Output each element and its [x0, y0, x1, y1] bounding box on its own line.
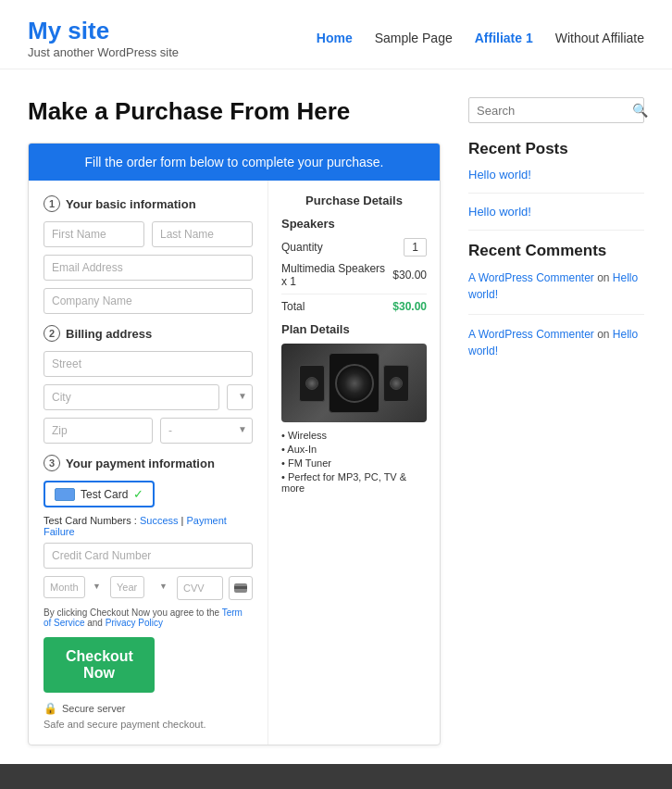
site-footer: Colorway Theme Footer is widgetized. To … [0, 764, 672, 789]
test-card-info: Test Card Numbers : Success | Payment Fa… [44, 515, 253, 537]
sidebar: 🔍 Recent Posts Hello world! Hello world!… [468, 97, 644, 745]
feature-item: Aux-In [281, 444, 427, 455]
total-price: $30.00 [392, 300, 427, 313]
page-title: Make a Purchase From Here [28, 97, 441, 126]
step1-label: Your basic information [66, 197, 196, 211]
email-row [44, 255, 253, 281]
site-description: Just another WordPress site [28, 45, 179, 59]
site-branding: My site Just another WordPress site [28, 17, 179, 59]
step3-title: 3 Your payment information [44, 455, 253, 471]
checkout-body: 1 Your basic information [29, 181, 440, 745]
checkout-container: Fill the order form below to complete yo… [28, 143, 441, 745]
feature-list: Wireless Aux-In FM Tuner Perfect for MP3… [281, 430, 427, 494]
terms-and: and [87, 618, 105, 628]
zip-input[interactable] [44, 418, 153, 444]
secure-text: Safe and secure payment checkout. [44, 719, 253, 730]
nav-home[interactable]: Home [317, 31, 353, 45]
speaker-left [299, 365, 325, 402]
total-label: Total [281, 300, 305, 313]
city-input[interactable] [44, 384, 219, 410]
first-name-input[interactable] [44, 221, 144, 247]
main-nav: Home Sample Page Affiliate 1 Without Aff… [317, 31, 644, 45]
post-link-1[interactable]: Hello world! [468, 168, 644, 182]
step3-label: Your payment information [66, 457, 215, 470]
last-name-input[interactable] [152, 221, 253, 247]
svg-rect-1 [234, 586, 247, 589]
secure-row: 🔒 Secure server [44, 702, 253, 715]
year-select[interactable]: Year [110, 576, 144, 598]
step2-title: 2 Billing address [44, 325, 253, 342]
street-input[interactable] [44, 351, 253, 377]
post-link-2[interactable]: Hello world! [468, 205, 644, 219]
comment-item-1: A WordPress Commenter on Hello world! [468, 269, 644, 303]
plan-title: Plan Details [281, 322, 427, 336]
terms-prefix: By clicking Checkout Now you agree to th… [44, 607, 222, 618]
purchase-title: Purchase Details [281, 194, 427, 207]
speaker-right [383, 365, 409, 402]
quantity-value: 1 [404, 238, 427, 257]
privacy-link[interactable]: Privacy Policy [106, 618, 163, 628]
site-header: My site Just another WordPress site Home… [0, 0, 672, 69]
feature-item: Wireless [281, 430, 427, 441]
search-box: 🔍 [468, 97, 644, 123]
country-dropdown-icon: ▼ [238, 391, 247, 401]
line-item-row: Multimedia Speakers x 1 $30.00 [281, 262, 427, 288]
tweeter-left [305, 377, 318, 390]
sidebar-divider [468, 193, 644, 194]
year-dropdown-icon: ▼ [159, 582, 168, 591]
card-icon-svg [234, 583, 247, 593]
cvv-input[interactable] [177, 576, 223, 600]
speaker-image [281, 344, 427, 422]
checkout-button[interactable]: Checkout Now [44, 637, 155, 693]
company-row [44, 288, 253, 314]
secure-label: Secure server [62, 703, 125, 714]
comment-author-1[interactable]: A WordPress Commenter [468, 271, 594, 284]
speaker-center [329, 353, 380, 413]
sidebar-divider-3 [468, 314, 644, 315]
speaker-visual [299, 353, 409, 413]
quantity-label: Quantity [281, 241, 323, 254]
month-select[interactable]: Month [44, 576, 85, 598]
check-badge: ✓ [133, 487, 143, 501]
total-row: Total $30.00 [281, 294, 427, 313]
test-card-button[interactable]: Test Card ✓ [44, 481, 155, 507]
email-input[interactable] [44, 255, 253, 281]
nav-sample-page[interactable]: Sample Page [375, 31, 453, 45]
main-area: Make a Purchase From Here Fill the order… [28, 97, 441, 745]
page-content: Make a Purchase From Here Fill the order… [0, 69, 672, 764]
nav-affiliate1[interactable]: Affiliate 1 [475, 31, 533, 45]
comment-author-2[interactable]: A WordPress Commenter [468, 328, 594, 341]
nav-without-affiliate[interactable]: Without Affiliate [555, 31, 644, 45]
cc-row [44, 543, 253, 569]
card-icon [55, 488, 75, 501]
street-row [44, 351, 253, 377]
cc-input[interactable] [44, 543, 253, 569]
feature-item: FM Tuner [281, 457, 427, 469]
terms-text: By clicking Checkout Now you agree to th… [44, 607, 253, 628]
search-icon[interactable]: 🔍 [632, 103, 648, 118]
step1-title: 1 Your basic information [44, 195, 253, 212]
zip-dropdown-icon: ▼ [238, 424, 247, 434]
expiry-row: Month ▼ Year ▼ [44, 576, 253, 600]
comment-text-2: A WordPress Commenter on Hello world! [468, 326, 644, 359]
city-country-row: ▼ [44, 384, 253, 410]
recent-posts-title: Recent Posts [468, 140, 644, 158]
comment-item-2: A WordPress Commenter on Hello world! [468, 326, 644, 359]
cvv-info-icon[interactable] [229, 576, 253, 600]
zip-row: ▼ [44, 418, 253, 444]
feature-item: Perfect for MP3, PC, TV & more [281, 471, 427, 494]
tweeter-right [390, 377, 403, 390]
recent-comments-title: Recent Comments [468, 242, 644, 260]
checkout-header: Fill the order form below to complete yo… [29, 144, 440, 181]
form-section: 1 Your basic information [29, 181, 268, 745]
search-input[interactable] [477, 104, 632, 118]
test-card-label: Test Card [81, 488, 128, 501]
purchase-section: Purchase Details Speakers Quantity 1 Mul… [268, 181, 440, 745]
success-link[interactable]: Success [140, 515, 179, 526]
step1-circle: 1 [44, 195, 60, 212]
line-item-price: $30.00 [392, 269, 427, 282]
step2-label: Billing address [66, 327, 152, 341]
step3-circle: 3 [44, 455, 60, 471]
company-input[interactable] [44, 288, 253, 314]
comment-text-1: A WordPress Commenter on Hello world! [468, 269, 644, 303]
